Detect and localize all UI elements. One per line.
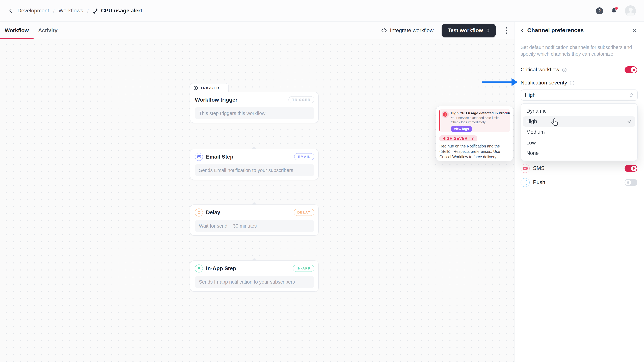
breadcrumb-workflow-name: CPU usage alert xyxy=(101,8,142,14)
breadcrumb: Development / Workflows / CPU usage aler… xyxy=(18,8,142,14)
option-dynamic[interactable]: Dynamic xyxy=(523,106,635,116)
notification-severity-label: Notification severity xyxy=(520,80,567,86)
trigger-badge: TRIGGER xyxy=(289,96,314,103)
select-chevrons-icon xyxy=(629,92,633,98)
more-options-button[interactable] xyxy=(504,25,509,36)
header-actions: ? xyxy=(596,5,636,16)
critical-workflow-row: Critical workflow xyxy=(520,66,637,74)
node-title: Workflow trigger xyxy=(195,97,238,103)
email-badge: EMAIL xyxy=(294,153,314,160)
play-circle-icon xyxy=(194,86,198,90)
integrate-workflow-button[interactable]: Integrate workflow xyxy=(381,27,434,33)
high-severity-badge: HIGH SEVERITY xyxy=(440,135,477,141)
back-button[interactable] xyxy=(6,6,16,15)
edge-connector xyxy=(254,124,254,146)
test-workflow-button[interactable]: Test workflow xyxy=(442,24,496,37)
trigger-tab: TRIGGER xyxy=(190,83,229,92)
severity-select[interactable]: High xyxy=(520,89,638,100)
chevron-left-icon xyxy=(8,8,13,13)
severity-select-value: High xyxy=(525,92,536,98)
sms-label: SMS xyxy=(533,165,544,171)
option-high[interactable]: High xyxy=(523,116,635,127)
info-icon[interactable] xyxy=(569,80,574,85)
severity-dropdown: Dynamic High Medium Low None xyxy=(520,103,638,161)
tab-activity[interactable]: Activity xyxy=(33,22,62,39)
tab-workflow[interactable]: Workflow xyxy=(0,22,33,39)
critical-workflow-toggle[interactable] xyxy=(624,66,637,73)
hourglass-icon xyxy=(195,208,203,216)
node-in-app-step[interactable]: In-App Step IN-APP Sends In-app notifica… xyxy=(190,260,319,292)
node-delay[interactable]: Delay DELAY Wait for send ~ 30 minutes xyxy=(190,204,319,236)
breadcrumb-development[interactable]: Development xyxy=(18,8,49,14)
delay-badge: DELAY xyxy=(294,209,314,216)
sms-icon: SMS xyxy=(520,164,530,173)
push-label: Push xyxy=(533,179,545,185)
push-channel-row: Push xyxy=(520,178,637,187)
node-title: In-App Step xyxy=(206,265,236,271)
code-icon xyxy=(381,27,387,33)
critical-workflow-label: Critical workflow xyxy=(520,67,559,73)
node-body[interactable]: Wait for send ~ 30 minutes xyxy=(195,220,314,232)
alert-icon: ! xyxy=(442,111,449,118)
workflow-icon xyxy=(92,8,98,13)
severity-stripe xyxy=(440,109,440,132)
edge-connector xyxy=(254,236,254,258)
breadcrumb-separator: / xyxy=(87,8,88,13)
panel-header: Channel preferences xyxy=(515,22,644,39)
node-title: Email Step xyxy=(206,154,234,160)
option-low[interactable]: Low xyxy=(523,137,635,148)
breadcrumb-workflows[interactable]: Workflows xyxy=(58,8,83,14)
chevron-right-icon xyxy=(487,28,490,32)
preview-title: High CPU usage detected in Production xyxy=(451,111,507,115)
info-icon[interactable] xyxy=(562,67,567,72)
email-icon xyxy=(195,153,203,161)
option-medium[interactable]: Medium xyxy=(523,127,635,137)
edge-connector xyxy=(254,180,254,202)
tooltip-description: Red hue on the Notification and the <Bel… xyxy=(440,144,510,160)
notifications-bell-icon[interactable] xyxy=(610,7,618,14)
panel-back-icon[interactable] xyxy=(520,28,524,32)
node-body[interactable]: Sends Email notification to your subscri… xyxy=(195,164,314,176)
test-workflow-label: Test workflow xyxy=(448,27,483,33)
option-high-label: High xyxy=(526,118,537,124)
notification-preview: ! High CPU usage detected in Production … xyxy=(440,109,510,132)
unread-dot xyxy=(615,7,618,9)
node-body[interactable]: Sends In-app notification to your subscr… xyxy=(195,276,314,288)
panel-description: Set default notification channels for su… xyxy=(520,44,639,57)
node-workflow-trigger[interactable]: Workflow trigger TRIGGER This step trigg… xyxy=(190,92,319,123)
notification-severity-row: Notification severity xyxy=(520,79,637,87)
node-email-step[interactable]: Email Step EMAIL Sends Email notificatio… xyxy=(190,149,319,180)
panel-title: Channel preferences xyxy=(527,27,584,34)
push-icon xyxy=(520,178,530,187)
breadcrumb-separator: / xyxy=(53,8,54,13)
option-none[interactable]: None xyxy=(523,148,635,159)
breadcrumb-current: CPU usage alert xyxy=(92,8,142,14)
push-toggle[interactable] xyxy=(624,179,637,186)
toolbar-actions: Integrate workflow Test workflow xyxy=(381,24,514,37)
preview-body: Your service exceeded safe limits. Check… xyxy=(451,116,504,124)
hand-cursor xyxy=(551,118,560,128)
node-title: Delay xyxy=(206,209,220,215)
workflow-toolbar: Workflow Activity Integrate workflow Tes… xyxy=(0,22,514,39)
sms-channel-row: SMS SMS xyxy=(520,164,637,173)
check-icon xyxy=(627,119,632,123)
in-app-badge: IN-APP xyxy=(293,265,314,272)
in-app-bell-icon xyxy=(195,264,203,272)
severity-tooltip-card: ! High CPU usage detected in Production … xyxy=(436,106,513,161)
trigger-tab-label: TRIGGER xyxy=(200,86,219,90)
help-icon[interactable]: ? xyxy=(596,7,603,14)
channel-preferences-panel: Channel preferences Set default notifica… xyxy=(514,22,644,362)
panel-divider xyxy=(515,196,644,196)
sms-toggle[interactable] xyxy=(624,165,637,172)
app: Development / Workflows / CPU usage aler… xyxy=(0,0,644,362)
integrate-workflow-label: Integrate workflow xyxy=(390,27,434,33)
node-body[interactable]: This step triggers this workflow xyxy=(195,107,314,119)
workflow-canvas[interactable]: TRIGGER Workflow trigger TRIGGER This st… xyxy=(0,39,514,362)
close-icon[interactable] xyxy=(630,26,639,35)
unread-dot xyxy=(506,112,507,113)
avatar[interactable] xyxy=(625,5,636,16)
app-header: Development / Workflows / CPU usage aler… xyxy=(0,0,644,22)
view-logs-button[interactable]: View logs xyxy=(451,126,472,132)
